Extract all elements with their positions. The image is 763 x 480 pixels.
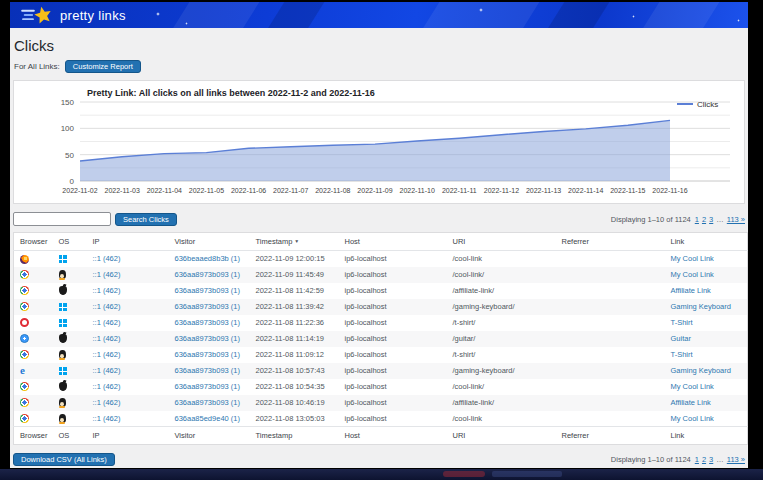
column-header-browser[interactable]: Browser xyxy=(14,427,53,445)
link-link[interactable]: My Cool Link xyxy=(671,382,714,391)
page-link-last[interactable]: 113 » xyxy=(727,215,745,224)
cell-visitor: 636aa8973b093 (1) xyxy=(169,347,250,363)
column-header-label: IP xyxy=(93,431,100,440)
column-header-referrer[interactable]: Referrer xyxy=(556,233,665,251)
column-header-timestamp[interactable]: Timestamp▼ xyxy=(250,233,339,251)
column-header-os[interactable]: OS xyxy=(53,233,87,251)
ip-link[interactable]: ::1 (462) xyxy=(93,270,121,279)
cell-visitor: 636aa8973b093 (1) xyxy=(169,379,250,395)
ip-link[interactable]: ::1 (462) xyxy=(93,382,121,391)
cell-os xyxy=(53,267,87,283)
link-link[interactable]: Guitar xyxy=(671,334,691,343)
cell-uri: /affiliate-link/ xyxy=(447,283,556,299)
ip-link[interactable]: ::1 (462) xyxy=(93,302,121,311)
table-row: ::1 (462)636aa8973b093 (1)2022-11-08 11:… xyxy=(14,283,748,299)
visitor-link[interactable]: 636aa85ed9e40 (1) xyxy=(175,414,240,423)
column-header-ip[interactable]: IP xyxy=(87,233,169,251)
column-header-link[interactable]: Link xyxy=(665,427,748,445)
column-header-link[interactable]: Link xyxy=(665,233,748,251)
link-link[interactable]: My Cool Link xyxy=(671,270,714,279)
search-clicks-button[interactable]: Search Clicks xyxy=(115,213,177,226)
visitor-link[interactable]: 636aa8973b093 (1) xyxy=(175,398,240,407)
page-link[interactable]: 1 xyxy=(695,455,699,464)
ip-link[interactable]: ::1 (462) xyxy=(93,366,121,375)
column-header-uri[interactable]: URI xyxy=(447,427,556,445)
ip-link[interactable]: ::1 (462) xyxy=(93,414,121,423)
table-header: BrowserOSIPVisitorTimestamp▼HostURIRefer… xyxy=(14,233,748,251)
download-csv-button[interactable]: Download CSV (All Links) xyxy=(13,453,115,466)
cell-link: T-Shirt xyxy=(665,347,748,363)
search-input[interactable] xyxy=(13,212,111,226)
cell-timestamp: 2022-11-08 10:54:35 xyxy=(250,379,339,395)
column-header-ip[interactable]: IP xyxy=(87,427,169,445)
column-header-referrer[interactable]: Referrer xyxy=(556,427,665,445)
cell-referrer xyxy=(556,267,665,283)
cell-link: Affiliate Link xyxy=(665,283,748,299)
customize-report-button[interactable]: Customize Report xyxy=(65,60,141,73)
link-link[interactable]: Affiliate Link xyxy=(671,398,711,407)
column-header-host[interactable]: Host xyxy=(339,427,447,445)
pagination-top: Displaying 1–10 of 1124 123…113 » xyxy=(611,215,745,224)
cell-referrer xyxy=(556,299,665,315)
visitor-link[interactable]: 636aa8973b093 (1) xyxy=(175,286,240,295)
ip-link[interactable]: ::1 (462) xyxy=(93,350,121,359)
column-header-visitor[interactable]: Visitor xyxy=(169,233,250,251)
cell-visitor: 636aa8973b093 (1) xyxy=(169,267,250,283)
link-link[interactable]: Affiliate Link xyxy=(671,286,711,295)
link-link[interactable]: My Cool Link xyxy=(671,414,714,423)
link-link[interactable]: T-Shirt xyxy=(671,318,693,327)
cell-timestamp: 2022-11-08 11:09:12 xyxy=(250,347,339,363)
cell-os xyxy=(53,395,87,411)
visitor-link[interactable]: 636aa8973b093 (1) xyxy=(175,382,240,391)
sort-desc-icon[interactable]: ▼ xyxy=(294,238,299,244)
page-link[interactable]: 3 xyxy=(709,455,713,464)
page-link[interactable]: 1 xyxy=(695,215,699,224)
cell-link: My Cool Link xyxy=(665,379,748,395)
pagination-links: 123…113 » xyxy=(695,215,745,224)
ip-link[interactable]: ::1 (462) xyxy=(93,318,121,327)
ip-link[interactable]: ::1 (462) xyxy=(93,334,121,343)
page-link-last[interactable]: 113 » xyxy=(727,455,745,464)
column-header-label: OS xyxy=(59,237,70,246)
cell-host: ip6-localhost xyxy=(339,251,447,267)
visitor-link[interactable]: 636aa8973b093 (1) xyxy=(175,334,240,343)
cell-os xyxy=(53,379,87,395)
cell-browser xyxy=(14,283,53,299)
cell-link: Gaming Keyboard xyxy=(665,299,748,315)
visitor-link[interactable]: 636aa8973b093 (1) xyxy=(175,366,240,375)
svg-text:2022-11-15: 2022-11-15 xyxy=(610,187,645,194)
ip-link[interactable]: ::1 (462) xyxy=(93,286,121,295)
pretty-links-logo[interactable]: pretty links xyxy=(20,5,126,25)
ip-link[interactable]: ::1 (462) xyxy=(93,254,121,263)
column-header-host[interactable]: Host xyxy=(339,233,447,251)
page-link[interactable]: 3 xyxy=(709,215,713,224)
cell-visitor: 636aa8973b093 (1) xyxy=(169,363,250,379)
page-link[interactable]: 2 xyxy=(702,455,706,464)
page-link[interactable]: 2 xyxy=(702,215,706,224)
link-link[interactable]: My Cool Link xyxy=(671,254,714,263)
column-header-os[interactable]: OS xyxy=(53,427,87,445)
firefox-browser-icon xyxy=(20,255,29,264)
visitor-link[interactable]: 636beaaed8b3b (1) xyxy=(175,254,240,263)
link-link[interactable]: T-Shirt xyxy=(671,350,693,359)
ip-link[interactable]: ::1 (462) xyxy=(93,398,121,407)
windows-os-icon xyxy=(59,367,67,375)
cell-ip: ::1 (462) xyxy=(87,315,169,331)
visitor-link[interactable]: 636aa8973b093 (1) xyxy=(175,318,240,327)
visitor-link[interactable]: 636aa8973b093 (1) xyxy=(175,270,240,279)
pagination-summary: Displaying 1–10 of 1124 xyxy=(611,215,691,224)
link-link[interactable]: Gaming Keyboard xyxy=(671,366,731,375)
cell-referrer xyxy=(556,379,665,395)
visitor-link[interactable]: 636aa8973b093 (1) xyxy=(175,350,240,359)
page-gap: … xyxy=(716,455,724,464)
svg-text:2022-11-13: 2022-11-13 xyxy=(526,187,561,194)
visitor-link[interactable]: 636aa8973b093 (1) xyxy=(175,302,240,311)
column-header-visitor[interactable]: Visitor xyxy=(169,427,250,445)
column-header-timestamp[interactable]: Timestamp xyxy=(250,427,339,445)
column-header-browser[interactable]: Browser xyxy=(14,233,53,251)
cell-uri: /cool-link xyxy=(447,411,556,427)
column-header-uri[interactable]: URI xyxy=(447,233,556,251)
link-link[interactable]: Gaming Keyboard xyxy=(671,302,731,311)
pagination-bottom: Displaying 1–10 of 1124 123…113 » xyxy=(611,455,745,464)
cell-visitor: 636aa85ed9e40 (1) xyxy=(169,411,250,427)
